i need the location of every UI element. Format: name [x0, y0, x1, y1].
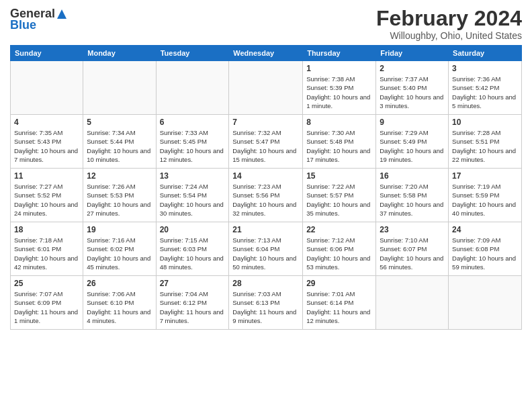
day-number: 6	[160, 118, 226, 127]
main-title: February 2024	[376, 7, 522, 30]
calendar-cell: 27Sunrise: 7:04 AM Sunset: 6:12 PM Dayli…	[156, 276, 229, 330]
day-info: Sunrise: 7:12 AM Sunset: 6:06 PM Dayligh…	[306, 236, 372, 271]
calendar-cell: 4Sunrise: 7:35 AM Sunset: 5:43 PM Daylig…	[11, 115, 83, 169]
calendar-cell: 19Sunrise: 7:16 AM Sunset: 6:02 PM Dayli…	[83, 222, 156, 276]
calendar-cell: 2Sunrise: 7:37 AM Sunset: 5:40 PM Daylig…	[376, 61, 449, 115]
day-info: Sunrise: 7:33 AM Sunset: 5:45 PM Dayligh…	[160, 128, 226, 164]
day-info: Sunrise: 7:06 AM Sunset: 6:10 PM Dayligh…	[87, 289, 152, 325]
calendar-cell: 3Sunrise: 7:36 AM Sunset: 5:42 PM Daylig…	[449, 61, 522, 115]
calendar-cell: 5Sunrise: 7:34 AM Sunset: 5:44 PM Daylig…	[83, 115, 156, 169]
day-number: 21	[232, 225, 299, 234]
day-number: 28	[232, 279, 299, 288]
calendar-header-row: Sunday Monday Tuesday Wednesday Thursday…	[11, 46, 522, 61]
day-info: Sunrise: 7:37 AM Sunset: 5:40 PM Dayligh…	[380, 75, 445, 110]
calendar-cell: 29Sunrise: 7:01 AM Sunset: 6:14 PM Dayli…	[303, 276, 376, 330]
day-info: Sunrise: 7:01 AM Sunset: 6:14 PM Dayligh…	[306, 289, 372, 325]
col-friday: Friday	[376, 46, 449, 61]
day-info: Sunrise: 7:15 AM Sunset: 6:03 PM Dayligh…	[160, 236, 226, 271]
day-number: 4	[14, 118, 79, 127]
calendar-cell	[11, 61, 83, 115]
day-number: 12	[87, 171, 152, 181]
day-number: 3	[452, 64, 518, 73]
day-number: 9	[380, 118, 445, 127]
day-number: 24	[452, 225, 518, 234]
calendar-table: Sunday Monday Tuesday Wednesday Thursday…	[10, 45, 522, 330]
day-info: Sunrise: 7:27 AM Sunset: 5:52 PM Dayligh…	[14, 182, 79, 218]
subtitle: Willoughby, Ohio, United States	[376, 30, 522, 41]
day-number: 26	[87, 279, 152, 288]
calendar-cell	[449, 276, 522, 330]
col-wednesday: Wednesday	[229, 46, 303, 61]
calendar-cell: 10Sunrise: 7:28 AM Sunset: 5:51 PM Dayli…	[449, 115, 522, 169]
col-thursday: Thursday	[303, 46, 376, 61]
calendar-week-row: 4Sunrise: 7:35 AM Sunset: 5:43 PM Daylig…	[11, 115, 522, 169]
calendar-cell: 14Sunrise: 7:23 AM Sunset: 5:56 PM Dayli…	[229, 169, 303, 222]
day-info: Sunrise: 7:18 AM Sunset: 6:01 PM Dayligh…	[14, 236, 79, 271]
day-number: 22	[306, 225, 372, 234]
title-area: February 2024 Willoughby, Ohio, United S…	[376, 7, 522, 41]
calendar-week-row: 18Sunrise: 7:18 AM Sunset: 6:01 PM Dayli…	[11, 222, 522, 276]
day-number: 29	[306, 279, 372, 288]
day-info: Sunrise: 7:32 AM Sunset: 5:47 PM Dayligh…	[232, 128, 299, 164]
col-monday: Monday	[83, 46, 156, 61]
col-saturday: Saturday	[449, 46, 522, 61]
calendar-cell: 18Sunrise: 7:18 AM Sunset: 6:01 PM Dayli…	[11, 222, 83, 276]
calendar-cell: 22Sunrise: 7:12 AM Sunset: 6:06 PM Dayli…	[303, 222, 376, 276]
day-number: 19	[87, 225, 152, 234]
calendar-cell: 6Sunrise: 7:33 AM Sunset: 5:45 PM Daylig…	[156, 115, 229, 169]
calendar-cell	[376, 276, 449, 330]
calendar-cell: 13Sunrise: 7:24 AM Sunset: 5:54 PM Dayli…	[156, 169, 229, 222]
day-number: 20	[160, 225, 226, 234]
calendar-cell: 12Sunrise: 7:26 AM Sunset: 5:53 PM Dayli…	[83, 169, 156, 222]
page-container: General Blue February 2024 Willoughby, O…	[0, 0, 532, 336]
calendar-cell: 24Sunrise: 7:09 AM Sunset: 6:08 PM Dayli…	[449, 222, 522, 276]
day-number: 8	[306, 118, 372, 127]
calendar-cell: 8Sunrise: 7:30 AM Sunset: 5:48 PM Daylig…	[303, 115, 376, 169]
col-sunday: Sunday	[11, 46, 83, 61]
calendar-cell	[156, 61, 229, 115]
day-info: Sunrise: 7:07 AM Sunset: 6:09 PM Dayligh…	[14, 289, 79, 325]
calendar-cell	[83, 61, 156, 115]
day-info: Sunrise: 7:16 AM Sunset: 6:02 PM Dayligh…	[87, 236, 152, 271]
calendar-cell: 23Sunrise: 7:10 AM Sunset: 6:07 PM Dayli…	[376, 222, 449, 276]
day-info: Sunrise: 7:36 AM Sunset: 5:42 PM Dayligh…	[452, 75, 518, 110]
calendar-cell: 28Sunrise: 7:03 AM Sunset: 6:13 PM Dayli…	[229, 276, 303, 330]
day-number: 7	[232, 118, 299, 127]
day-number: 23	[380, 225, 445, 234]
day-number: 17	[452, 171, 518, 181]
day-info: Sunrise: 7:24 AM Sunset: 5:54 PM Dayligh…	[160, 182, 226, 218]
day-info: Sunrise: 7:19 AM Sunset: 5:59 PM Dayligh…	[452, 182, 518, 218]
svg-marker-0	[57, 9, 66, 19]
day-info: Sunrise: 7:13 AM Sunset: 6:04 PM Dayligh…	[232, 236, 299, 271]
day-info: Sunrise: 7:09 AM Sunset: 6:08 PM Dayligh…	[452, 236, 518, 271]
day-info: Sunrise: 7:28 AM Sunset: 5:51 PM Dayligh…	[452, 128, 518, 164]
day-number: 13	[160, 171, 226, 181]
calendar-cell: 1Sunrise: 7:38 AM Sunset: 5:39 PM Daylig…	[303, 61, 376, 115]
logo-blue: Blue	[10, 18, 36, 32]
header: General Blue February 2024 Willoughby, O…	[10, 7, 522, 41]
day-info: Sunrise: 7:29 AM Sunset: 5:49 PM Dayligh…	[380, 128, 445, 164]
calendar-week-row: 25Sunrise: 7:07 AM Sunset: 6:09 PM Dayli…	[11, 276, 522, 330]
day-number: 11	[14, 171, 79, 181]
day-number: 25	[14, 279, 79, 288]
calendar-cell: 7Sunrise: 7:32 AM Sunset: 5:47 PM Daylig…	[229, 115, 303, 169]
calendar-cell: 20Sunrise: 7:15 AM Sunset: 6:03 PM Dayli…	[156, 222, 229, 276]
day-info: Sunrise: 7:10 AM Sunset: 6:07 PM Dayligh…	[380, 236, 445, 271]
day-info: Sunrise: 7:23 AM Sunset: 5:56 PM Dayligh…	[232, 182, 299, 218]
day-number: 15	[306, 171, 372, 181]
calendar-cell: 16Sunrise: 7:20 AM Sunset: 5:58 PM Dayli…	[376, 169, 449, 222]
day-info: Sunrise: 7:03 AM Sunset: 6:13 PM Dayligh…	[232, 289, 299, 325]
calendar-cell	[229, 61, 303, 115]
day-info: Sunrise: 7:34 AM Sunset: 5:44 PM Dayligh…	[87, 128, 152, 164]
day-number: 16	[380, 171, 445, 181]
calendar-cell: 25Sunrise: 7:07 AM Sunset: 6:09 PM Dayli…	[11, 276, 83, 330]
day-info: Sunrise: 7:35 AM Sunset: 5:43 PM Dayligh…	[14, 128, 79, 164]
day-info: Sunrise: 7:26 AM Sunset: 5:53 PM Dayligh…	[87, 182, 152, 218]
calendar-cell: 9Sunrise: 7:29 AM Sunset: 5:49 PM Daylig…	[376, 115, 449, 169]
calendar-cell: 17Sunrise: 7:19 AM Sunset: 5:59 PM Dayli…	[449, 169, 522, 222]
day-number: 5	[87, 118, 152, 127]
day-info: Sunrise: 7:04 AM Sunset: 6:12 PM Dayligh…	[160, 289, 226, 325]
logo-icon	[56, 8, 68, 20]
calendar-cell: 21Sunrise: 7:13 AM Sunset: 6:04 PM Dayli…	[229, 222, 303, 276]
day-info: Sunrise: 7:22 AM Sunset: 5:57 PM Dayligh…	[306, 182, 372, 218]
